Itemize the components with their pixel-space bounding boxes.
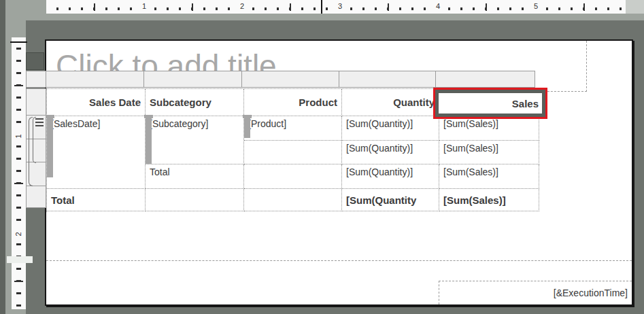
column-handle-subcategory[interactable] [143,71,242,88]
report-designer-surface: 1 2 3 4 5 1 2 Click to add title [&Execu… [0,0,644,314]
cell-grand-total-spacer2[interactable] [244,189,342,211]
execution-time-textbox[interactable]: [&ExecutionTime] [439,281,632,304]
ruler-number: 5 [531,1,541,12]
execution-time-text: [&ExecutionTime] [554,287,628,298]
cell-grand-total-spacer1[interactable] [146,189,244,211]
tablix-corner-handle[interactable] [26,52,44,70]
cell-product[interactable]: [Product] [244,116,342,141]
column-handles [26,71,535,88]
horizontal-ruler-end [626,0,644,14]
header-cell-product[interactable]: Product [244,89,342,116]
cell-sum-quantity-2[interactable]: [Sum(Quantity)] [342,141,439,164]
header-cell-salesdate[interactable]: Sales Date [47,89,146,116]
cell-product-2[interactable] [244,141,342,164]
cell-subcategory-total-sales[interactable]: [Sum(Sales)] [439,164,539,189]
cell-grand-total-label[interactable]: Total [47,189,146,211]
row-handle-grandtotal[interactable] [26,186,46,208]
cell-subcategory-total-product[interactable] [244,164,342,189]
ruler-cursor-marker [10,41,27,43]
ruler-number: 3 [335,1,345,12]
cell-subcategory-total-label[interactable]: Total [146,164,244,189]
group-indicator-bar [146,115,152,164]
ruler-cursor-marker [321,0,322,14]
cell-grand-total-sales[interactable]: [Sum(Sales)] [439,189,539,211]
cell-grand-total-quantity[interactable]: [Sum(Quantity [342,189,439,211]
footer-separator [46,260,632,262]
row-handle-header[interactable] [26,88,46,116]
group-indicator-bar [47,115,53,177]
cell-sum-sales-2[interactable]: [Sum(Sales)] [439,141,539,164]
selected-sales-header-cell[interactable]: Sales [439,93,542,114]
cell-sum-quantity[interactable]: [Sum(Quantity)] [342,116,439,141]
handle-gutter-cell[interactable] [26,71,46,88]
cell-sum-sales[interactable]: [Sum(Sales)] [439,116,539,141]
group-indicator-bar [244,115,250,138]
cell-salesdate[interactable]: [SalesDate] [47,116,146,189]
ruler-number: 1 [139,1,149,12]
ruler-number: 4 [433,1,443,12]
details-group-icon [35,118,44,128]
column-handle-quantity[interactable] [339,71,436,88]
cell-subcategory[interactable]: [Subcategory] [146,116,244,164]
ruler-number: 1 [14,131,24,141]
vertical-ruler-major-ticks [14,37,23,309]
selected-header-label: Sales [512,98,539,109]
column-handle-salesdate[interactable] [46,71,144,88]
workspace-left-edge [0,0,5,314]
cell-subcategory-total-quantity[interactable]: [Sum(Quantity)] [342,164,439,189]
ruler-section-marker [7,256,33,263]
header-cell-subcategory[interactable]: Subcategory [146,89,244,116]
selected-sales-header-highlight[interactable]: Sales [433,88,547,119]
column-handle-sales[interactable] [435,71,535,88]
ruler-number: 2 [14,229,24,239]
column-handle-product[interactable] [241,71,339,88]
header-cell-quantity[interactable]: Quantity [342,89,439,116]
ruler-number: 2 [237,1,247,12]
